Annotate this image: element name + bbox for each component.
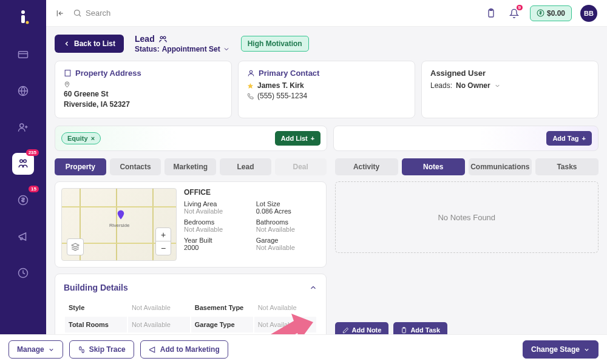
contact-card: Primary Contact James T. Kirk (555) 555-… (238, 61, 415, 118)
tab-activity[interactable]: Activity (335, 158, 398, 175)
address-card: Property Address 60 Greene St Riverside,… (55, 61, 232, 118)
change-stage-button[interactable]: Change Stage (523, 340, 599, 359)
tags-panel: Add Tag+ (333, 126, 599, 151)
map[interactable]: Riverside + − (61, 188, 177, 261)
phone-icon (247, 93, 254, 99)
tab-tasks[interactable]: Tasks (535, 158, 599, 175)
svg-marker-31 (72, 243, 79, 247)
owner-selector[interactable]: Leads: No Owner (430, 81, 589, 90)
rail-dollar-icon[interactable]: 15 (12, 189, 34, 211)
rail-dollar-badge: 15 (29, 186, 39, 192)
svg-rect-3 (19, 52, 28, 58)
svg-point-11 (24, 160, 27, 163)
chevron-down-icon (48, 346, 55, 353)
svg-line-17 (79, 15, 81, 16)
tab-contacts[interactable]: Contacts (110, 158, 161, 175)
svg-point-35 (79, 346, 81, 349)
clipboard-icon[interactable] (484, 6, 498, 21)
notif-badge: 9 (517, 5, 523, 10)
collapse-details-icon[interactable] (309, 283, 317, 292)
chevron-down-icon (223, 46, 230, 53)
zoom-in-button[interactable]: + (156, 228, 171, 241)
manage-button[interactable]: Manage (8, 340, 63, 359)
tab-marketing[interactable]: Marketing (164, 158, 216, 175)
svg-point-21 (160, 36, 163, 39)
map-label: Riverside (109, 223, 129, 228)
assigned-card: Assigned User Leads: No Owner (421, 61, 599, 118)
table-row: StyleNot AvailableBasement TypeNot Avail… (65, 300, 316, 315)
building-icon (64, 69, 72, 77)
add-to-marketing-button[interactable]: Add to Marketing (140, 340, 228, 359)
bell-icon[interactable]: 9 (507, 6, 521, 21)
chevron-down-icon (494, 83, 501, 89)
left-rail: 235 15 (0, 0, 46, 364)
add-list-button[interactable]: Add List+ (275, 131, 320, 146)
tab-communications[interactable]: Communications (469, 158, 532, 175)
tab-notes[interactable]: Notes (402, 158, 465, 175)
chevron-down-icon (583, 346, 590, 353)
property-type: OFFICE (184, 188, 320, 197)
svg-point-16 (75, 10, 80, 16)
chevron-left-icon (63, 40, 70, 47)
zoom-out-button[interactable]: − (156, 241, 171, 255)
equity-chip: Equity× (61, 132, 101, 144)
svg-point-28 (67, 83, 68, 84)
svg-point-2 (26, 21, 29, 24)
property-summary-card: Riverside + − OFFICE Living AreaNot Avai… (55, 181, 327, 268)
svg-rect-23 (65, 70, 70, 76)
search-placeholder: Search (86, 8, 110, 18)
svg-point-7 (20, 124, 24, 127)
tab-deal: Deal (275, 158, 327, 175)
motivation-badge: High Motivation (241, 36, 309, 52)
users-icon (158, 35, 168, 44)
status-selector[interactable]: Status: Appointment Set (135, 45, 230, 53)
svg-point-36 (82, 349, 84, 352)
left-tabs: PropertyContactsMarketingLeadDeal (55, 158, 327, 175)
content: Back to List Lead Status: Appointment Se… (46, 27, 607, 364)
rail-card-icon[interactable] (12, 44, 34, 66)
table-row: Total RoomsNot AvailableGarage TypeNot A… (65, 317, 316, 332)
map-zoom: + − (155, 228, 171, 255)
user-icon (247, 69, 255, 77)
collapse-icon[interactable] (56, 9, 64, 18)
rail-leads-icon[interactable]: 235 (12, 153, 34, 175)
svg-marker-30 (248, 83, 253, 88)
skip-trace-button[interactable]: Skip Trace (69, 340, 134, 359)
svg-point-10 (20, 160, 23, 163)
search-icon (73, 8, 82, 18)
wallet-balance[interactable]: $0.00 (530, 5, 572, 21)
megaphone-icon (149, 346, 157, 354)
rail-clock-icon[interactable] (12, 262, 34, 284)
notes-empty-state: No Notes Found (335, 181, 599, 253)
svg-point-22 (163, 36, 166, 39)
svg-point-29 (249, 70, 252, 73)
map-pin-icon (115, 209, 126, 220)
app-logo (16, 10, 30, 24)
search-input[interactable]: Search (73, 8, 110, 18)
rail-user-add-icon[interactable] (12, 116, 34, 138)
svg-rect-1 (21, 15, 25, 23)
user-avatar[interactable]: BB (580, 5, 597, 22)
svg-point-0 (21, 10, 25, 14)
back-button[interactable]: Back to List (55, 35, 124, 53)
pin-icon (64, 81, 70, 88)
plus-icon: + (582, 135, 586, 142)
tab-property[interactable]: Property (55, 158, 106, 175)
star-icon (247, 83, 254, 89)
remove-chip-icon[interactable]: × (91, 135, 95, 142)
rail-leads-badge: 235 (26, 149, 39, 156)
clipboard-icon (401, 327, 407, 334)
page-title: Lead (135, 34, 230, 44)
plus-icon: + (311, 135, 314, 142)
rail-globe-icon[interactable] (12, 80, 34, 102)
tab-lead[interactable]: Lead (220, 158, 271, 175)
right-tabs: ActivityNotesCommunicationsTasks (335, 158, 599, 175)
add-tag-button[interactable]: Add Tag+ (546, 131, 592, 146)
topbar: Search 9 $0.00 BB (46, 0, 607, 27)
rail-megaphone-icon[interactable] (12, 226, 34, 248)
pencil-icon (342, 327, 349, 334)
footer-bar: Manage Skip Trace Add to Marketing Chang… (0, 334, 607, 364)
lists-panel: Equity× Add List+ (55, 126, 327, 151)
map-layers-button[interactable] (67, 238, 84, 255)
dollar-icon (537, 9, 544, 17)
